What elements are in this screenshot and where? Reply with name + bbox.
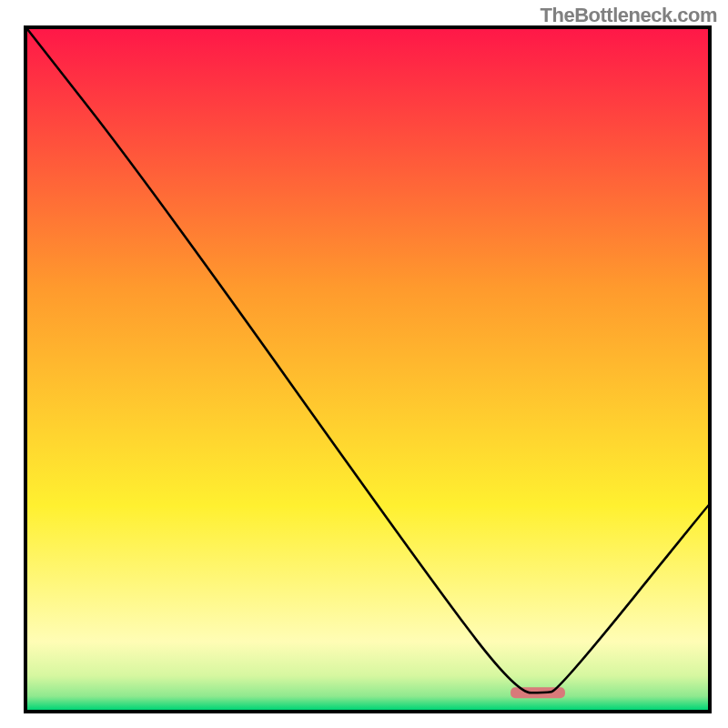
attribution-text: TheBottleneck.com	[541, 4, 717, 27]
gradient-backdrop	[27, 29, 708, 710]
bottleneck-chart	[24, 25, 712, 713]
chart-svg	[27, 29, 708, 710]
